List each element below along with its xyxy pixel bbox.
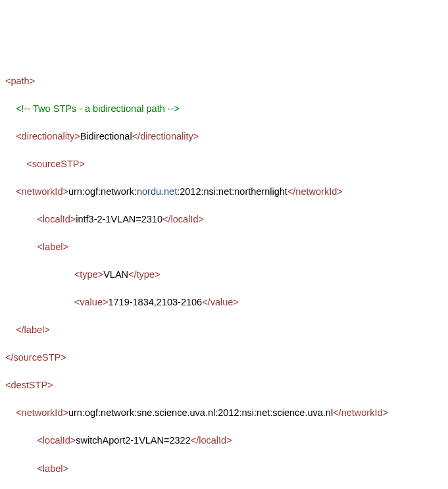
- tag-close: </networkId>: [287, 186, 343, 197]
- code-line: <networkId>urn:ogf:network:nordu.net:201…: [16, 185, 443, 199]
- tag-close: </value>: [202, 297, 239, 307]
- tag-open: <type>: [74, 269, 103, 280]
- code-line: <directionality>Bidirectional</direction…: [16, 130, 443, 143]
- tag-open: <value>: [74, 297, 109, 307]
- code-line: <networkId>urn:ogf:network:sne.science.u…: [16, 406, 443, 420]
- code-line: <localId>intf3-2-1VLAN=2310</localId>: [37, 213, 443, 226]
- text-value: intf3-2-1VLAN=2310: [76, 214, 162, 224]
- code-line: <sourceSTP>: [26, 157, 443, 171]
- tag-open: <networkId>: [16, 407, 68, 418]
- tag-open-sourcestp: <sourceSTP>: [26, 159, 85, 169]
- tag-open: <localId>: [37, 214, 76, 224]
- link-text: nordu.net: [137, 186, 177, 197]
- tag-open-label: <label>: [37, 242, 68, 252]
- tag-close: </localId>: [191, 435, 232, 446]
- text-value: urn:ogf:network:sne.science.uva.nl:2012:…: [68, 407, 333, 418]
- code-line: <label>: [37, 462, 443, 476]
- text-value: :2012:nsi:net:northernlight: [177, 186, 287, 197]
- text-value: Bidirectional: [80, 131, 132, 142]
- code-line: <localId>switchAport2-1VLAN=2322</localI…: [37, 434, 443, 448]
- text-value: switchAport2-1VLAN=2322: [76, 435, 191, 446]
- tag-close-label: </label>: [16, 324, 50, 335]
- text-value: urn:ogf:network:: [68, 186, 137, 197]
- tag-close: </directionality>: [132, 131, 199, 142]
- tag-open-path: <path>: [5, 76, 35, 86]
- tag-open: <directionality>: [16, 131, 80, 142]
- code-line: <!-- Two STPs - a bidirectional path -->: [16, 102, 443, 116]
- xml-code-block: <path> <!-- Two STPs - a bidirectional p…: [5, 61, 443, 489]
- tag-open-label: <label>: [37, 463, 68, 474]
- code-line: <label>: [37, 240, 443, 254]
- text-value: 1719-1834,2103-2106: [108, 297, 202, 307]
- code-line: <destSTP>: [5, 378, 443, 392]
- tag-close: </type>: [128, 269, 160, 280]
- code-line: <type>VLAN</type>: [74, 268, 443, 282]
- code-line: </sourceSTP>: [5, 351, 443, 365]
- code-line: <path>: [5, 74, 443, 88]
- text-value: VLAN: [103, 269, 128, 280]
- tag-open-deststp: <destSTP>: [5, 380, 53, 390]
- tag-close: </networkId>: [333, 407, 388, 418]
- code-line: </label>: [16, 323, 443, 337]
- tag-close-sourcestp: </sourceSTP>: [5, 352, 66, 363]
- tag-open: <localId>: [37, 435, 76, 446]
- tag-close: </localId>: [162, 214, 204, 224]
- tag-open: <networkId>: [16, 186, 68, 197]
- comment: <!-- Two STPs - a bidirectional path -->: [16, 103, 180, 114]
- code-line: <value>1719-1834,2103-2106</value>: [74, 296, 443, 309]
